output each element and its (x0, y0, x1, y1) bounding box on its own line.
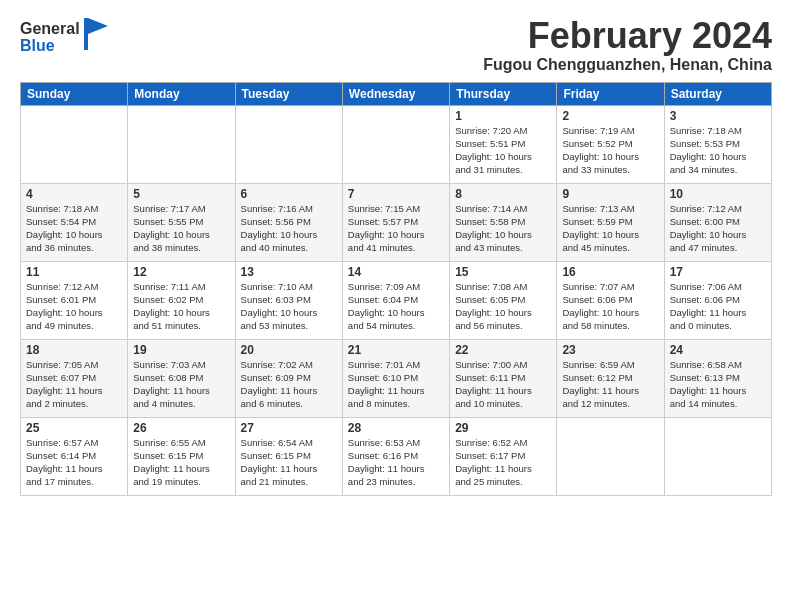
svg-marker-2 (88, 18, 108, 34)
day-number: 11 (26, 265, 122, 279)
day-info: Sunrise: 6:55 AM Sunset: 6:15 PM Dayligh… (133, 436, 229, 489)
calendar-cell: 4Sunrise: 7:18 AM Sunset: 5:54 PM Daylig… (21, 183, 128, 261)
day-number: 28 (348, 421, 444, 435)
day-number: 2 (562, 109, 658, 123)
day-number: 17 (670, 265, 766, 279)
day-number: 6 (241, 187, 337, 201)
calendar-cell: 28Sunrise: 6:53 AM Sunset: 6:16 PM Dayli… (342, 417, 449, 495)
day-number: 22 (455, 343, 551, 357)
month-title: February 2024 (483, 16, 772, 56)
calendar-cell: 17Sunrise: 7:06 AM Sunset: 6:06 PM Dayli… (664, 261, 771, 339)
calendar-cell: 5Sunrise: 7:17 AM Sunset: 5:55 PM Daylig… (128, 183, 235, 261)
calendar-cell: 3Sunrise: 7:18 AM Sunset: 5:53 PM Daylig… (664, 105, 771, 183)
calendar-cell: 14Sunrise: 7:09 AM Sunset: 6:04 PM Dayli… (342, 261, 449, 339)
day-info: Sunrise: 7:00 AM Sunset: 6:11 PM Dayligh… (455, 358, 551, 411)
day-info: Sunrise: 7:06 AM Sunset: 6:06 PM Dayligh… (670, 280, 766, 333)
day-number: 10 (670, 187, 766, 201)
calendar-cell: 29Sunrise: 6:52 AM Sunset: 6:17 PM Dayli… (450, 417, 557, 495)
calendar-cell: 7Sunrise: 7:15 AM Sunset: 5:57 PM Daylig… (342, 183, 449, 261)
calendar-cell: 10Sunrise: 7:12 AM Sunset: 6:00 PM Dayli… (664, 183, 771, 261)
day-number: 12 (133, 265, 229, 279)
calendar-cell: 24Sunrise: 6:58 AM Sunset: 6:13 PM Dayli… (664, 339, 771, 417)
logo-svg: General Blue (20, 16, 110, 58)
title-area: February 2024 Fugou Chengguanzhen, Henan… (483, 16, 772, 74)
calendar-cell: 25Sunrise: 6:57 AM Sunset: 6:14 PM Dayli… (21, 417, 128, 495)
calendar-cell: 12Sunrise: 7:11 AM Sunset: 6:02 PM Dayli… (128, 261, 235, 339)
day-number: 14 (348, 265, 444, 279)
day-info: Sunrise: 7:20 AM Sunset: 5:51 PM Dayligh… (455, 124, 551, 177)
day-number: 23 (562, 343, 658, 357)
day-info: Sunrise: 7:14 AM Sunset: 5:58 PM Dayligh… (455, 202, 551, 255)
day-info: Sunrise: 7:03 AM Sunset: 6:08 PM Dayligh… (133, 358, 229, 411)
day-info: Sunrise: 6:54 AM Sunset: 6:15 PM Dayligh… (241, 436, 337, 489)
calendar-table: Sunday Monday Tuesday Wednesday Thursday… (20, 82, 772, 496)
calendar-cell: 8Sunrise: 7:14 AM Sunset: 5:58 PM Daylig… (450, 183, 557, 261)
day-info: Sunrise: 7:15 AM Sunset: 5:57 PM Dayligh… (348, 202, 444, 255)
calendar-cell: 23Sunrise: 6:59 AM Sunset: 6:12 PM Dayli… (557, 339, 664, 417)
calendar-cell: 13Sunrise: 7:10 AM Sunset: 6:03 PM Dayli… (235, 261, 342, 339)
day-info: Sunrise: 7:19 AM Sunset: 5:52 PM Dayligh… (562, 124, 658, 177)
calendar-cell: 22Sunrise: 7:00 AM Sunset: 6:11 PM Dayli… (450, 339, 557, 417)
day-info: Sunrise: 7:13 AM Sunset: 5:59 PM Dayligh… (562, 202, 658, 255)
day-info: Sunrise: 7:10 AM Sunset: 6:03 PM Dayligh… (241, 280, 337, 333)
day-info: Sunrise: 6:52 AM Sunset: 6:17 PM Dayligh… (455, 436, 551, 489)
day-number: 15 (455, 265, 551, 279)
svg-rect-3 (84, 18, 88, 50)
calendar-cell: 16Sunrise: 7:07 AM Sunset: 6:06 PM Dayli… (557, 261, 664, 339)
calendar-cell: 15Sunrise: 7:08 AM Sunset: 6:05 PM Dayli… (450, 261, 557, 339)
day-info: Sunrise: 6:58 AM Sunset: 6:13 PM Dayligh… (670, 358, 766, 411)
day-info: Sunrise: 7:11 AM Sunset: 6:02 PM Dayligh… (133, 280, 229, 333)
calendar-cell (664, 417, 771, 495)
day-info: Sunrise: 7:18 AM Sunset: 5:54 PM Dayligh… (26, 202, 122, 255)
calendar-cell: 11Sunrise: 7:12 AM Sunset: 6:01 PM Dayli… (21, 261, 128, 339)
page: General Blue February 2024 Fugou Chenggu… (0, 0, 792, 612)
header: General Blue February 2024 Fugou Chenggu… (20, 16, 772, 74)
logo: General Blue (20, 16, 110, 58)
day-info: Sunrise: 7:18 AM Sunset: 5:53 PM Dayligh… (670, 124, 766, 177)
day-number: 18 (26, 343, 122, 357)
day-info: Sunrise: 6:57 AM Sunset: 6:14 PM Dayligh… (26, 436, 122, 489)
day-number: 5 (133, 187, 229, 201)
day-number: 29 (455, 421, 551, 435)
calendar-header-row: Sunday Monday Tuesday Wednesday Thursday… (21, 82, 772, 105)
calendar-week-4: 18Sunrise: 7:05 AM Sunset: 6:07 PM Dayli… (21, 339, 772, 417)
day-info: Sunrise: 7:09 AM Sunset: 6:04 PM Dayligh… (348, 280, 444, 333)
col-tuesday: Tuesday (235, 82, 342, 105)
calendar-cell: 1Sunrise: 7:20 AM Sunset: 5:51 PM Daylig… (450, 105, 557, 183)
day-info: Sunrise: 6:59 AM Sunset: 6:12 PM Dayligh… (562, 358, 658, 411)
day-number: 25 (26, 421, 122, 435)
day-number: 4 (26, 187, 122, 201)
day-number: 13 (241, 265, 337, 279)
col-sunday: Sunday (21, 82, 128, 105)
col-friday: Friday (557, 82, 664, 105)
day-number: 20 (241, 343, 337, 357)
day-info: Sunrise: 7:01 AM Sunset: 6:10 PM Dayligh… (348, 358, 444, 411)
day-number: 16 (562, 265, 658, 279)
day-number: 8 (455, 187, 551, 201)
calendar-cell (557, 417, 664, 495)
calendar-cell: 19Sunrise: 7:03 AM Sunset: 6:08 PM Dayli… (128, 339, 235, 417)
day-number: 19 (133, 343, 229, 357)
col-thursday: Thursday (450, 82, 557, 105)
day-info: Sunrise: 7:07 AM Sunset: 6:06 PM Dayligh… (562, 280, 658, 333)
calendar-cell: 2Sunrise: 7:19 AM Sunset: 5:52 PM Daylig… (557, 105, 664, 183)
day-number: 9 (562, 187, 658, 201)
day-number: 7 (348, 187, 444, 201)
col-monday: Monday (128, 82, 235, 105)
location: Fugou Chengguanzhen, Henan, China (483, 56, 772, 74)
calendar-cell: 20Sunrise: 7:02 AM Sunset: 6:09 PM Dayli… (235, 339, 342, 417)
col-saturday: Saturday (664, 82, 771, 105)
col-wednesday: Wednesday (342, 82, 449, 105)
calendar-cell (235, 105, 342, 183)
day-number: 3 (670, 109, 766, 123)
calendar-cell (342, 105, 449, 183)
calendar-week-3: 11Sunrise: 7:12 AM Sunset: 6:01 PM Dayli… (21, 261, 772, 339)
day-info: Sunrise: 6:53 AM Sunset: 6:16 PM Dayligh… (348, 436, 444, 489)
day-info: Sunrise: 7:05 AM Sunset: 6:07 PM Dayligh… (26, 358, 122, 411)
day-number: 24 (670, 343, 766, 357)
day-info: Sunrise: 7:17 AM Sunset: 5:55 PM Dayligh… (133, 202, 229, 255)
day-number: 27 (241, 421, 337, 435)
calendar-cell (128, 105, 235, 183)
calendar-week-1: 1Sunrise: 7:20 AM Sunset: 5:51 PM Daylig… (21, 105, 772, 183)
calendar-body: 1Sunrise: 7:20 AM Sunset: 5:51 PM Daylig… (21, 105, 772, 495)
